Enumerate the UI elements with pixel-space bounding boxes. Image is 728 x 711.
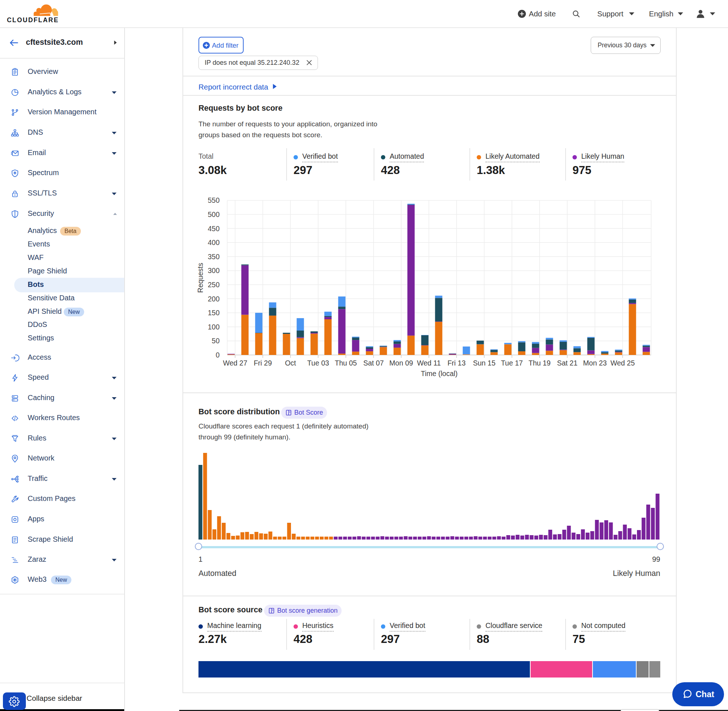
svg-text:Sun 15: Sun 15 [473, 359, 496, 367]
svg-text:200: 200 [208, 295, 220, 303]
svg-text:Time (local): Time (local) [421, 370, 458, 378]
svg-text:Tue 03: Tue 03 [307, 359, 329, 367]
svg-text:550: 550 [208, 196, 220, 204]
svg-text:Wed 27: Wed 27 [223, 359, 247, 367]
svg-text:Fri 13: Fri 13 [447, 359, 466, 367]
svg-text:500: 500 [208, 210, 220, 218]
svg-text:Sat 21: Sat 21 [557, 359, 577, 367]
svg-text:Wed 25: Wed 25 [610, 359, 635, 367]
svg-text:Thu 19: Thu 19 [529, 359, 551, 367]
svg-text:Mon 09: Mon 09 [389, 359, 413, 367]
svg-text:CLOUDFLARE: CLOUDFLARE [7, 16, 59, 23]
svg-text:Tue 17: Tue 17 [501, 359, 523, 367]
svg-text:400: 400 [208, 239, 220, 246]
svg-text:0: 0 [216, 351, 220, 359]
svg-text:Sat 07: Sat 07 [363, 359, 384, 367]
svg-text:Fri 29: Fri 29 [254, 359, 272, 367]
svg-text:350: 350 [208, 253, 220, 261]
svg-text:450: 450 [208, 225, 220, 233]
svg-text:Wed 11: Wed 11 [417, 359, 441, 367]
svg-text:150: 150 [208, 309, 220, 317]
svg-text:Thu 05: Thu 05 [335, 359, 357, 367]
svg-text:Mon 23: Mon 23 [583, 359, 607, 367]
svg-text:Oct: Oct [285, 359, 296, 367]
svg-text:100: 100 [208, 323, 220, 331]
svg-text:50: 50 [211, 337, 220, 345]
svg-text:300: 300 [208, 267, 220, 274]
svg-text:Requests: Requests [196, 263, 204, 293]
svg-text:250: 250 [208, 281, 220, 289]
